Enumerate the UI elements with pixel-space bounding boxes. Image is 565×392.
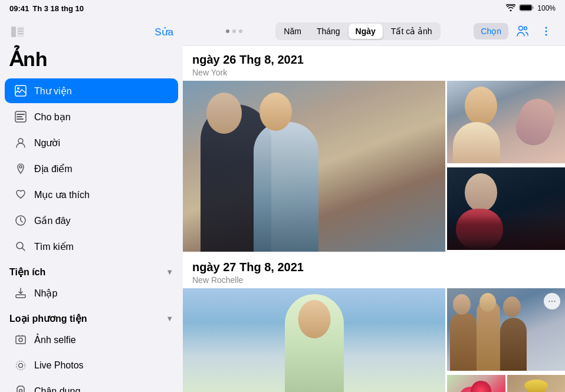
sidebar-label-thu-vien: Thư viện [34,85,72,97]
sidebar-label-muc-ua-thich: Mục ưa thích [34,189,90,200]
status-time: 09:41 [9,4,29,13]
svg-rect-12 [17,118,24,120]
photo-side-1 [447,81,565,252]
section-tien-ich-label: Tiện ích [9,266,45,278]
sidebar-label-tim-kiem: Tìm kiếm [34,241,74,252]
status-bar-right: 100% [506,4,556,13]
tab-tat-ca-anh[interactable]: Tất cả ảnh [384,24,439,39]
dot-2 [232,29,236,33]
sidebar-item-dia-diem[interactable]: Địa điểm [5,156,178,181]
svg-point-22 [19,390,22,393]
section-loai-phuong-tien-label: Loại phương tiện [9,313,87,324]
svg-rect-10 [17,114,25,115]
sidebar-label-live-photos: Live Photos [34,360,84,371]
photo-thumb-1b[interactable] [447,167,565,252]
live-photos-icon [14,359,27,372]
photo-section-1-header: ngày 26 Thg 8, 2021 New York [183,46,565,81]
sidebar-label-nhap: Nhập [34,288,57,299]
more-btn-2a[interactable]: ··· [544,293,560,309]
content-area: Năm Tháng Ngày Tất cả ảnh Chọn [183,17,565,392]
svg-point-26 [524,27,527,29]
tab-thang[interactable]: Tháng [310,24,347,39]
sidebar-header: Sửa [0,21,183,45]
tab-ngay[interactable]: Ngày [349,24,383,39]
sidebar-label-cho-ban: Cho bạn [34,111,71,123]
photo-main-1[interactable] [183,81,445,252]
sidebar-toggle-icon[interactable] [9,24,26,40]
tab-nam[interactable]: Năm [277,24,308,39]
svg-rect-1 [520,5,532,10]
photo-scroll[interactable]: ngày 26 Thg 8, 2021 New York [183,46,565,392]
view-tabs: Năm Tháng Ngày Tất cả ảnh [275,22,440,40]
svg-rect-4 [18,28,24,29]
people-button[interactable] [513,22,532,41]
library-icon [14,84,27,97]
svg-rect-18 [16,336,25,344]
photo-side-2: ··· [447,288,565,392]
dot-1 [226,29,229,33]
select-button[interactable]: Chọn [474,23,508,39]
svg-rect-17 [16,295,25,298]
recents-icon [14,214,27,227]
sidebar-label-chan-dung: Chân dung [34,386,80,392]
svg-rect-5 [18,31,24,32]
sidebar-item-tim-kiem[interactable]: Tìm kiếm [5,234,178,259]
sidebar-item-nhap[interactable]: Nhập [5,281,178,305]
sidebar-item-muc-ua-thich[interactable]: Mục ưa thích [5,182,178,207]
svg-point-29 [546,34,547,35]
dots-indicator [226,27,242,35]
status-bar-left: 09:41 Th 3 18 thg 10 [9,4,84,13]
svg-point-19 [19,338,22,342]
photo-main-2[interactable] [183,288,445,392]
sidebar-item-anh-selfie[interactable]: Ảnh selfie [5,327,178,352]
main-layout: Sửa Ảnh Thư viện [0,17,565,392]
sidebar-item-cho-ban[interactable]: Cho bạn [5,104,178,129]
status-bar: 09:41 Th 3 18 thg 10 100% [0,0,565,17]
photo-thumb-2b[interactable] [447,375,565,393]
portrait-icon [14,385,27,392]
sidebar-item-chan-dung[interactable]: Chân dung [5,379,178,392]
photo-section-1-date: ngày 26 Thg 8, 2021 [192,53,556,67]
svg-rect-2 [11,27,16,37]
section-loai-phuong-tien-header[interactable]: Loại phương tiện ▼ [0,306,183,327]
status-date: Th 3 18 thg 10 [32,4,84,13]
sidebar-label-gan-day: Gần đây [34,215,71,226]
svg-point-14 [19,166,22,168]
photo-thumb-2a[interactable]: ··· [447,288,565,373]
tien-ich-chevron-icon: ▼ [166,268,173,276]
svg-point-8 [17,87,19,90]
battery-icon [519,4,534,13]
sidebar-item-gan-day[interactable]: Gần đây [5,208,178,233]
photo-section-2: ngày 27 Thg 8, 2021 New Rochelle [183,253,565,392]
sidebar-item-live-photos[interactable]: Live Photos [5,353,178,378]
battery-pct: 100% [537,4,556,12]
more-options-button[interactable] [537,22,556,41]
top-nav: Năm Tháng Ngày Tất cả ảnh Chọn [183,17,565,46]
svg-point-13 [18,139,23,143]
dot-3 [239,29,242,33]
sidebar: Sửa Ảnh Thư viện [0,17,183,392]
photo-section-1: ngày 26 Thg 8, 2021 New York [183,46,565,253]
edit-button[interactable]: Sửa [155,26,173,38]
svg-point-21 [17,361,25,370]
people-icon [14,136,27,149]
svg-point-27 [546,27,547,28]
svg-point-28 [546,30,547,32]
selfie-icon [14,333,27,346]
top-nav-actions: Chọn [474,22,556,41]
sidebar-label-anh-selfie: Ảnh selfie [34,334,76,345]
wifi-icon [506,4,515,13]
photo-section-2-location: New Rochelle [192,275,556,285]
section-tien-ich-header[interactable]: Tiện ích ▼ [0,259,183,280]
sidebar-item-nguoi[interactable]: Người [5,130,178,155]
sidebar-item-thu-vien[interactable]: Thư viện [5,78,178,103]
search-icon [14,240,27,253]
photo-thumb-1a[interactable] [447,81,565,166]
photo-grid-1 [183,81,565,253]
import-icon [14,286,27,299]
photo-section-2-header: ngày 27 Thg 8, 2021 New Rochelle [183,253,565,288]
places-icon [14,162,27,175]
photo-section-1-location: New York [192,68,556,77]
svg-point-20 [19,364,23,368]
sidebar-label-nguoi: Người [34,137,60,149]
